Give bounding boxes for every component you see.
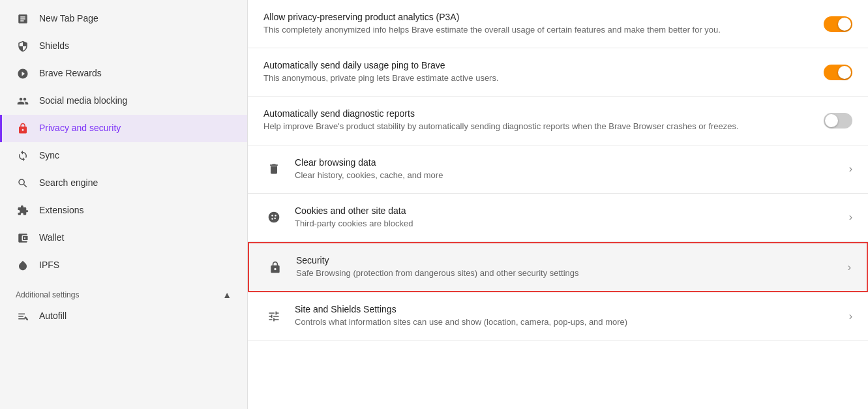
svg-point-0 [269,212,280,223]
security-title: Security [296,255,832,265]
main-content: Allow privacy-preserving product analyti… [248,0,868,409]
svg-point-3 [271,219,273,220]
p3a-text: Allow privacy-preserving product analyti… [263,12,813,36]
clear-browsing-desc: Clear history, cookies, cache, and more [295,170,833,181]
social-icon [16,94,30,108]
sidebar-item-autofill-label: Autofill [39,310,67,323]
sidebar-item-autofill[interactable]: Autofill [0,303,247,330]
sidebar-item-search-label: Search engine [39,177,98,190]
sidebar-item-privacy-security[interactable]: Privacy and security [0,115,247,142]
security-lock-icon [265,257,286,278]
shield-icon [16,39,30,53]
sidebar-item-new-tab-label: New Tab Page [39,12,98,25]
svg-point-1 [271,215,273,217]
security-text: Security Safe Browsing (protection from … [296,255,832,279]
clear-browsing-title: Clear browsing data [295,157,833,168]
diagnostic-toggle-control[interactable] [824,113,852,129]
settings-item-site-shields[interactable]: Site and Shields Settings Controls what … [248,292,868,341]
diagnostic-toggle-thumb [825,114,838,127]
p3a-toggle-control[interactable] [824,16,852,32]
autofill-icon [16,309,30,324]
sidebar-item-privacy-label: Privacy and security [39,122,121,135]
wallet-icon [16,231,30,245]
daily-ping-title: Automatically send daily usage ping to B… [263,60,813,70]
daily-ping-toggle[interactable] [824,65,852,80]
chevron-right-icon: › [849,311,852,322]
p3a-toggle-thumb [838,18,851,31]
cookies-text: Cookies and other site data Third-party … [295,205,833,230]
site-shields-chevron: › [844,311,852,322]
sidebar-item-brave-rewards-label: Brave Rewards [39,67,102,80]
daily-ping-text: Automatically send daily usage ping to B… [263,60,813,84]
clear-browsing-text: Clear browsing data Clear history, cooki… [295,157,833,181]
lock-icon [16,121,30,136]
additional-settings-label: Additional settings [16,290,79,299]
trash-icon [263,159,284,179]
sidebar-item-sync-label: Sync [39,149,59,162]
settings-item-diagnostic: Automatically send diagnostic reports He… [248,97,868,145]
puzzle-icon [16,204,30,218]
cookies-chevron: › [844,211,852,223]
cookies-title: Cookies and other site data [295,205,833,216]
settings-item-security[interactable]: Security Safe Browsing (protection from … [248,242,868,292]
sidebar-item-wallet[interactable]: Wallet [0,224,247,252]
sidebar-item-brave-rewards[interactable]: Brave Rewards [0,60,247,87]
p3a-desc: This completely anonymized info helps Br… [263,24,813,36]
p3a-title: Allow privacy-preserving product analyti… [263,12,813,22]
daily-ping-toggle-control[interactable] [824,65,852,80]
settings-item-clear-browsing[interactable]: Clear browsing data Clear history, cooki… [248,145,868,194]
additional-settings-header[interactable]: Additional settings ▲ [0,279,247,303]
settings-list: Allow privacy-preserving product analyti… [248,0,868,341]
site-shields-text: Site and Shields Settings Controls what … [295,304,833,328]
sidebar: New Tab Page Shields Brave Rewards Socia… [0,0,248,409]
svg-point-4 [275,215,277,217]
chevron-right-icon: › [849,211,852,223]
clear-browsing-chevron: › [844,163,852,175]
sync-icon [16,149,30,163]
cookies-desc: Third-party cookies are blocked [295,218,833,230]
sidebar-item-new-tab[interactable]: New Tab Page [0,5,247,33]
sidebar-item-extensions[interactable]: Extensions [0,197,247,224]
diagnostic-toggle[interactable] [824,113,852,129]
svg-point-2 [274,218,276,220]
sliders-icon [263,306,284,327]
sidebar-item-social-media[interactable]: Social media blocking [0,87,247,115]
daily-ping-desc: This anonymous, private ping lets Brave … [263,72,813,84]
ipfs-icon [16,258,30,273]
settings-item-daily-ping: Automatically send daily usage ping to B… [248,48,868,97]
sidebar-item-sync[interactable]: Sync [0,142,247,170]
diagnostic-text: Automatically send diagnostic reports He… [263,108,813,132]
site-shields-title: Site and Shields Settings [295,304,833,314]
sidebar-item-extensions-label: Extensions [39,204,83,217]
rewards-icon [16,67,30,81]
sidebar-item-shields-label: Shields [39,40,69,53]
settings-item-p3a: Allow privacy-preserving product analyti… [248,0,868,48]
daily-ping-toggle-thumb [838,66,851,79]
sidebar-item-ipfs-label: IPFS [39,259,59,272]
sidebar-item-shields[interactable]: Shields [0,33,247,60]
p3a-toggle[interactable] [824,16,852,32]
sidebar-item-social-label: Social media blocking [39,95,127,108]
cookie-icon [263,207,284,228]
security-desc: Safe Browsing (protection from dangerous… [296,267,832,279]
search-icon [16,176,30,190]
diagnostic-desc: Help improve Brave's product stability b… [263,121,813,132]
sidebar-item-search-engine[interactable]: Search engine [0,170,247,197]
diagnostic-title: Automatically send diagnostic reports [263,108,813,119]
chevron-right-icon: › [849,163,852,175]
chevron-up-icon: ▲ [222,290,232,300]
sidebar-item-wallet-label: Wallet [39,232,64,245]
chevron-right-icon: › [848,262,851,273]
sidebar-item-ipfs[interactable]: IPFS [0,252,247,279]
site-shields-desc: Controls what information sites can use … [295,316,833,328]
newtab-icon [16,12,30,26]
settings-item-cookies[interactable]: Cookies and other site data Third-party … [248,194,868,242]
security-chevron: › [843,262,851,273]
